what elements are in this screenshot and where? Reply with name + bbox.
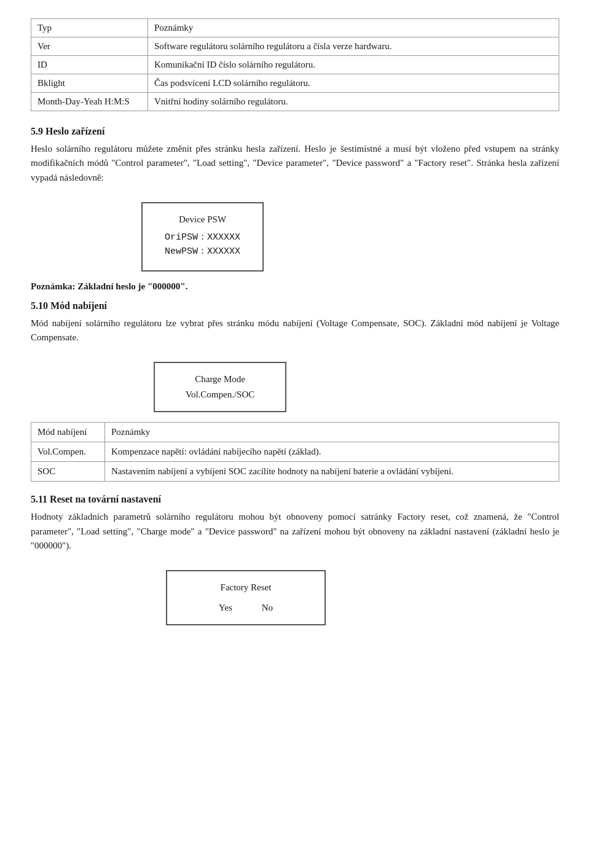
table-row: VerSoftware regulátoru solárního regulát… [31, 37, 559, 56]
psw-ori: OriPSW：XXXXXX [165, 231, 240, 243]
table-cell-value: Software regulátoru solárního regulátoru… [148, 37, 559, 56]
charge-mode-label: Vol.Compen. [31, 442, 105, 462]
section-59-note: Poznámka: Základní heslo je "000000". [31, 281, 559, 292]
section-511-para1: Hodnoty základních parametrů solárního r… [31, 510, 559, 553]
table-row: TypPoznámky [31, 19, 559, 37]
charge-table-col1-header: Mód nabíjení [31, 423, 105, 442]
charge-mode-title: Charge Mode [186, 374, 254, 385]
table-cell-value: Vnitřní hodiny solárního regulátoru. [148, 93, 559, 111]
table-cell-label: Bklight [31, 74, 148, 93]
section-511: 5.11 Reset na tovární nastavení Hodnoty … [31, 494, 559, 635]
section-510-para1: Mód nabíjení solárního regulátoru lze vy… [31, 316, 559, 345]
table-row: SOCNastavením nabíjení a vybíjení SOC za… [31, 462, 559, 482]
table-row: Vol.Compen.Kompenzace napětí: ovládání n… [31, 442, 559, 462]
section-59: 5.9 Heslo zařízení Heslo solárního regul… [31, 126, 559, 292]
section-59-para1: Heslo solárního regulátoru můžete změnit… [31, 142, 559, 185]
factory-reset-no[interactable]: No [262, 603, 273, 613]
charge-mode-note: Nastavením nabíjení a vybíjení SOC zacíl… [105, 462, 559, 482]
table-cell-value: Komunikační ID číslo solárního regulátor… [148, 56, 559, 74]
charge-mode-label: SOC [31, 462, 105, 482]
table-cell-label: ID [31, 56, 148, 74]
factory-reset-box-wrapper: Factory Reset Yes No [31, 560, 559, 635]
section-510: 5.10 Mód nabíjení Mód nabíjení solárního… [31, 300, 559, 482]
table-cell-value: Čas podsvícení LCD solárního regulátoru. [148, 74, 559, 93]
table-row: Mód nabíjeníPoznámky [31, 423, 559, 442]
section-59-heading: 5.9 Heslo zařízení [31, 126, 559, 137]
charge-table-col2-header: Poznámky [105, 423, 559, 442]
info-table: TypPoznámkyVerSoftware regulátoru solárn… [31, 18, 559, 111]
charge-mode-value: Vol.Compen./SOC [186, 389, 254, 400]
psw-new: NewPSW：XXXXXX [165, 245, 240, 257]
table-cell-label: Typ [31, 19, 148, 37]
factory-reset-title: Factory Reset [204, 582, 288, 593]
device-psw-box-wrapper: Device PSW OriPSW：XXXXXX NewPSW：XXXXXX [31, 192, 559, 281]
table-cell-label: Ver [31, 37, 148, 56]
table-cell-label: Month-Day-Yeah H:M:S [31, 93, 148, 111]
factory-reset-options: Yes No [204, 603, 288, 613]
section-510-heading: 5.10 Mód nabíjení [31, 300, 559, 311]
factory-reset-yes[interactable]: Yes [219, 603, 232, 613]
factory-reset-box: Factory Reset Yes No [166, 570, 326, 625]
charge-mode-box: Charge Mode Vol.Compen./SOC [154, 362, 286, 412]
table-row: BklightČas podsvícení LCD solárního regu… [31, 74, 559, 93]
psw-title: Device PSW [165, 214, 240, 225]
section-511-heading: 5.11 Reset na tovární nastavení [31, 494, 559, 505]
charge-mode-box-wrapper: Charge Mode Vol.Compen./SOC [31, 352, 559, 422]
table-cell-value: Poznámky [148, 19, 559, 37]
charge-mode-note: Kompenzace napětí: ovládání nabíjecího n… [105, 442, 559, 462]
table-row: Month-Day-Yeah H:M:SVnitřní hodiny solár… [31, 93, 559, 111]
device-psw-box: Device PSW OriPSW：XXXXXX NewPSW：XXXXXX [141, 202, 264, 272]
charge-table: Mód nabíjeníPoznámkyVol.Compen.Kompenzac… [31, 422, 559, 482]
table-row: IDKomunikační ID číslo solárního regulát… [31, 56, 559, 74]
